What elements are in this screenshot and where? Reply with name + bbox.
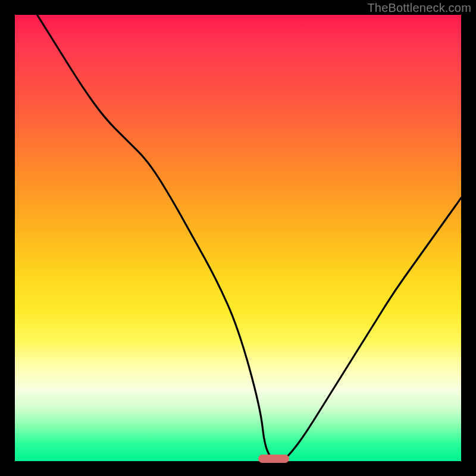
plot-area	[15, 15, 461, 461]
optimum-marker	[258, 455, 290, 463]
bottleneck-curve	[15, 15, 461, 461]
watermark-text: TheBottleneck.com	[367, 1, 471, 15]
chart-frame: TheBottleneck.com	[0, 0, 476, 476]
